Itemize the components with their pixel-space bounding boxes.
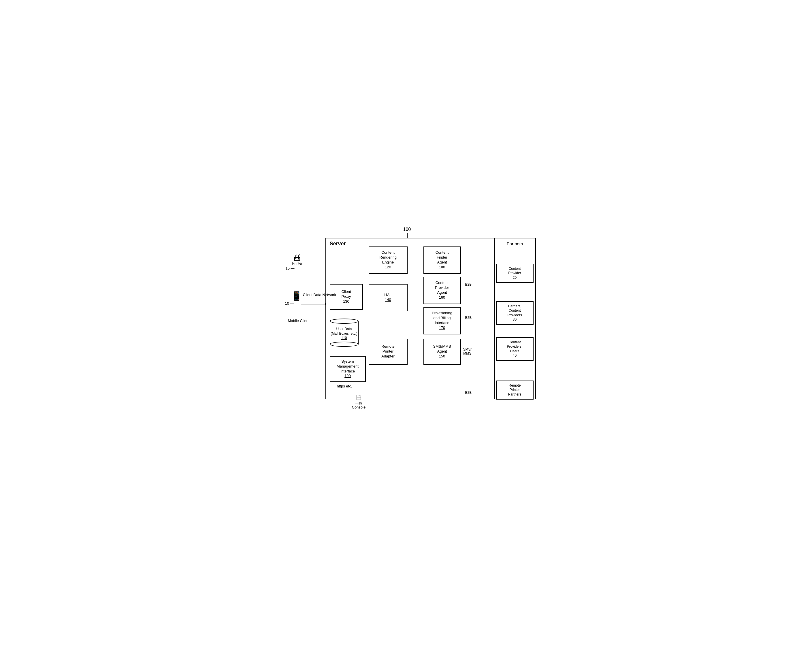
https-label: https etc.: [337, 384, 352, 388]
remote-printer-adapter-box: RemotePrinterAdapter: [369, 339, 408, 365]
partner-content-provider: ContentProvider 20: [496, 264, 534, 283]
mobile-client-section: 📱: [291, 291, 302, 300]
partners-label: Partners: [495, 238, 535, 246]
b2b-label-3: B2B: [465, 391, 472, 395]
printer-label: Printer: [292, 262, 302, 266]
diagram-container: 100 Server ContentRenderingEngine 120 HA…: [277, 223, 536, 434]
sms-mms-agent-box: SMS/MMSAgent 150: [423, 339, 461, 365]
console-section: 🖥 —15 Console: [352, 394, 366, 409]
client-data-network-label: Client Data Network: [303, 293, 336, 297]
diagram-ref-100: 100: [403, 227, 411, 232]
provisioning-billing-box: Provisioningand BillingInterface 170: [423, 307, 461, 335]
mobile-ref: 10 —: [285, 301, 294, 305]
partner-carriers: Carriers,ContentProviders 30: [496, 301, 534, 325]
printer-section: 🖨 Printer: [292, 252, 302, 266]
partner-remote-printer: RemotePrinterPartners: [496, 380, 534, 400]
content-rendering-engine-box: ContentRenderingEngine 120: [369, 246, 408, 274]
hal-box: HAL 140: [369, 284, 408, 311]
b2b-label-1: B2B: [465, 283, 472, 286]
sms-mms-label: SMS/MMS: [463, 347, 471, 356]
cylinder-top: [330, 319, 359, 324]
mobile-client-label: Mobile Client: [288, 319, 310, 324]
console-ref-label: —15: [352, 402, 366, 405]
server-label: Server: [330, 241, 346, 247]
console-label: Console: [352, 405, 366, 409]
content-finder-agent-box: ContentFinderAgent 180: [423, 246, 461, 274]
mobile-icon: 📱: [291, 291, 302, 300]
content-provider-agent-box: ContentProviderAgent 160: [423, 277, 461, 304]
printer-icon: 🖨: [292, 252, 302, 262]
system-management-box: SystemManagementInterface 190: [330, 356, 366, 382]
b2b-label-2: B2B: [465, 316, 472, 320]
console-icon: 🖥: [352, 394, 366, 402]
cylinder-body: User Data(Mail Boxes, etc.) 110: [330, 321, 359, 344]
printer-ref: 15 —: [286, 266, 295, 271]
partner-content-providers-users: ContentProviders,Users 40: [496, 337, 534, 361]
user-data-cylinder: User Data(Mail Boxes, etc.) 110: [330, 319, 359, 347]
